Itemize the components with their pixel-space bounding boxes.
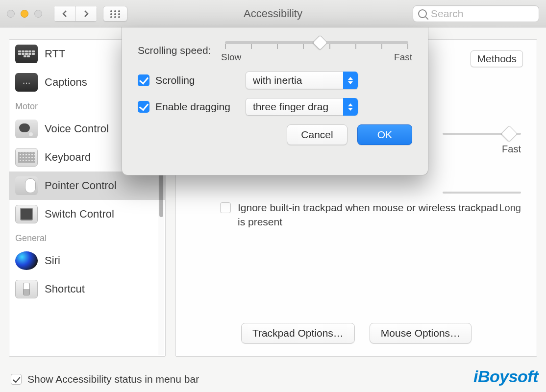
footer-row: Show Accessibility status in menu bar	[11, 373, 199, 385]
captions-icon: ···	[15, 73, 38, 92]
bg-slider-thumb[interactable]	[501, 125, 518, 142]
background-slider-double-click: Long	[443, 192, 521, 214]
ok-button[interactable]: OK	[357, 124, 412, 145]
show-status-checkbox[interactable]	[11, 374, 22, 385]
slider-label-slow: Slow	[221, 52, 241, 63]
titlebar: Accessibility Search	[0, 0, 546, 27]
tab-label: Methods	[477, 53, 517, 64]
bg-slider-track[interactable]	[443, 133, 521, 135]
bg-slider-label-fast: Fast	[443, 144, 521, 155]
watermark: iBoysoft	[473, 367, 538, 386]
keyboard-icon	[15, 148, 38, 167]
sidebar-item-switch-control[interactable]: Switch Control	[9, 200, 165, 228]
svg-point-8	[118, 16, 120, 18]
scrolling-checkbox[interactable]	[138, 74, 149, 86]
popup-value: three finger drag	[253, 101, 328, 113]
sidebar-item-label: Voice Control	[45, 122, 109, 135]
trackpad-options-button[interactable]: Trackpad Options…	[241, 323, 355, 343]
sidebar-item-label: Shortcut	[45, 283, 85, 295]
shortcut-icon	[15, 280, 38, 298]
svg-point-3	[110, 13, 112, 15]
ignore-trackpad-checkbox[interactable]	[220, 202, 231, 213]
show-all-button[interactable]	[103, 6, 127, 22]
popup-arrows-icon	[343, 98, 358, 116]
search-input[interactable]: Search	[413, 5, 539, 22]
scrolling-speed-label: Scrolling speed:	[138, 45, 221, 56]
sheet-actions: Cancel OK	[138, 124, 412, 145]
sidebar-item-siri[interactable]: Siri	[9, 246, 165, 275]
svg-point-6	[110, 16, 112, 18]
scrolling-speed-slider[interactable]: Slow Fast	[221, 38, 412, 63]
sidebar-item-label: Pointer Control	[45, 179, 117, 192]
svg-point-2	[118, 10, 120, 12]
zoom-window-icon[interactable]	[34, 10, 42, 18]
show-status-label: Show Accessibility status in menu bar	[27, 373, 199, 385]
svg-point-4	[114, 13, 116, 15]
svg-point-0	[110, 10, 112, 12]
scrolling-mode-popup[interactable]: with inertia	[246, 72, 358, 89]
trackpad-options-sheet: Scrolling speed: Slow Fast Scrolling wit…	[122, 27, 428, 175]
siri-icon	[15, 251, 38, 270]
forward-button[interactable]	[75, 6, 97, 22]
scrolling-label: Scrolling	[155, 74, 195, 86]
popup-value: with inertia	[253, 74, 302, 86]
switch-control-icon	[15, 205, 38, 223]
tab-methods-peek[interactable]: Methods	[471, 50, 523, 67]
search-icon	[418, 9, 427, 18]
popup-arrows-icon	[343, 72, 358, 89]
slider-label-fast: Fast	[394, 52, 412, 63]
bg-slider-label-long: Long	[443, 202, 521, 214]
voice-control-icon	[15, 120, 38, 138]
svg-point-1	[114, 10, 116, 12]
svg-point-5	[118, 13, 120, 15]
rtt-icon	[15, 45, 38, 63]
enable-dragging-label: Enable dragging	[155, 101, 230, 113]
mouse-options-button[interactable]: Mouse Options…	[370, 323, 472, 343]
sidebar-item-pointer-control[interactable]: Pointer Control	[9, 172, 165, 200]
search-placeholder: Search	[431, 8, 464, 20]
sidebar-item-label: Keyboard	[45, 151, 91, 164]
background-slider-tracking-speed: Fast	[443, 133, 521, 155]
enable-dragging-checkbox[interactable]	[138, 101, 149, 113]
minimize-window-icon[interactable]	[21, 10, 28, 18]
scrolling-speed-row: Scrolling speed: Slow Fast	[138, 38, 412, 63]
sidebar-item-label: Switch Control	[45, 208, 114, 220]
sidebar-item-shortcut[interactable]: Shortcut	[9, 275, 165, 303]
sidebar-heading-general: General	[9, 228, 165, 246]
scrolling-row: Scrolling with inertia	[138, 72, 412, 89]
window-controls	[7, 10, 42, 18]
cancel-button[interactable]: Cancel	[287, 124, 347, 145]
sidebar-item-label: Captions	[45, 76, 87, 89]
svg-point-7	[114, 16, 116, 18]
back-button[interactable]	[54, 6, 75, 22]
sidebar-item-label: RTT	[45, 48, 65, 60]
dragging-row: Enable dragging three finger drag	[138, 98, 412, 116]
bg-slider-track[interactable]	[443, 192, 521, 194]
pointer-control-icon	[15, 176, 38, 195]
nav-buttons	[54, 6, 97, 22]
sidebar-item-label: Siri	[45, 254, 60, 267]
bottom-buttons: Trackpad Options… Mouse Options…	[176, 323, 537, 343]
close-window-icon[interactable]	[7, 10, 15, 18]
dragging-mode-popup[interactable]: three finger drag	[246, 98, 358, 116]
